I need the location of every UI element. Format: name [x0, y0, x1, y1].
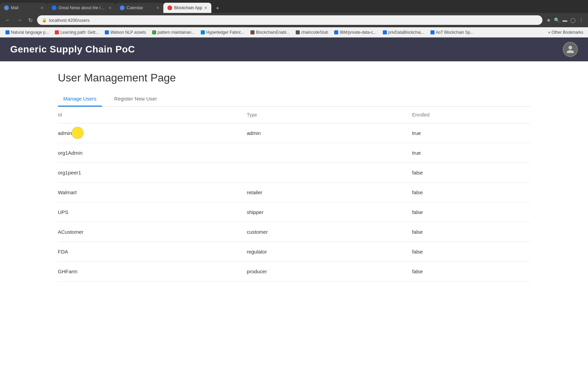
user-avatar[interactable] [563, 42, 578, 57]
cell-id: FDA [58, 242, 247, 262]
bookmark-pattern-icon [152, 30, 156, 34]
page-content: User Management Page Manage Users Regist… [0, 61, 588, 292]
bookmark-watson-label: Watson NLP assets [110, 30, 146, 35]
cell-id: admin [58, 123, 247, 143]
bookmark-watson-icon [105, 30, 109, 34]
tab-favicon-calendar [120, 5, 125, 10]
bookmark-ibm-private[interactable]: IBM/private-data-c... [331, 29, 379, 35]
tab-manage-users[interactable]: Manage Users [58, 92, 102, 106]
search-icon[interactable]: 🔍 [553, 17, 560, 24]
other-bookmarks[interactable]: » Other Bookmarks [546, 29, 585, 35]
column-header-type: Type [247, 107, 412, 123]
bookmark-hyperledger[interactable]: Hyperledger Fabric... [198, 29, 247, 35]
table-row: adminadmintrue [58, 123, 530, 143]
cell-enrolled: false [412, 242, 530, 262]
table-row: UPSshipperfalse [58, 202, 530, 222]
bookmark-priv-data-label: privDataBlockchai... [388, 30, 424, 35]
bookmark-chaincode[interactable]: chaincodeStub [293, 29, 331, 35]
address-bar-row: ← → ↻ 🔒 localhost:4200/users ★ 🔍 ▬ ◯ ⋮ [0, 13, 588, 27]
bookmark-aot-icon [430, 30, 435, 34]
bookmark-priv-data[interactable]: privDataBlockchai... [380, 29, 427, 35]
bookmark-pattern-label: pattern maintainan... [158, 30, 195, 35]
bookmark-nlp-label: Natural language p... [11, 30, 49, 35]
back-button[interactable]: ← [3, 16, 12, 24]
page-title: User Management Page [58, 72, 530, 84]
reload-button[interactable]: ↻ [27, 16, 34, 24]
cell-enrolled: true [412, 143, 530, 163]
tab-close-blockchain[interactable]: ✕ [204, 6, 207, 10]
users-table: Id Type Enrolled adminadmintrueorg1Admin… [58, 107, 530, 281]
cell-id: org1peer1 [58, 163, 247, 183]
extensions-icon[interactable]: ▬ [561, 17, 568, 24]
tab-ibm[interactable]: Great News about the IBM Publ... ✕ [48, 3, 116, 13]
table-row: org1peer1false [58, 163, 530, 183]
cell-id: UPS [58, 202, 247, 222]
tab-close-calendar[interactable]: ✕ [156, 6, 159, 10]
table-row: Walmartretailerfalse [58, 183, 530, 202]
bookmark-aot[interactable]: AoT Blockchain Sp... [428, 29, 476, 35]
cell-type: producer [247, 262, 412, 281]
forward-button[interactable]: → [15, 16, 24, 24]
tab-calendar[interactable]: Calendar ✕ [116, 3, 163, 13]
table-row: org1Admintrue [58, 143, 530, 163]
cell-type [247, 163, 412, 183]
column-header-enrolled: Enrolled [412, 107, 530, 123]
tab-favicon-blockchain [167, 5, 172, 10]
bookmark-ibm-private-label: IBM/private-data-c... [340, 30, 376, 35]
cell-type: retailer [247, 183, 412, 202]
cell-type: customer [247, 222, 412, 242]
tab-label-calendar: Calendar [127, 5, 154, 10]
bookmark-watson[interactable]: Watson NLP assets [102, 29, 149, 35]
bookmark-blockchain-enable[interactable]: BlockchainEnabl... [248, 29, 292, 35]
bookmark-hyperledger-label: Hyperledger Fabric... [206, 30, 244, 35]
bookmark-learning-label: Learning path: Gett... [60, 30, 99, 35]
tab-mail[interactable]: Mail ✕ [0, 3, 48, 13]
table-row: FDAregulatorfalse [58, 242, 530, 262]
bookmark-nlp[interactable]: Natural language p... [3, 29, 51, 35]
bookmark-star-icon[interactable]: ★ [545, 17, 552, 24]
cell-enrolled: true [412, 123, 530, 143]
address-bar[interactable]: 🔒 localhost:4200/users [37, 15, 542, 25]
cell-enrolled: false [412, 183, 530, 202]
bookmark-chaincode-label: chaincodeStub [301, 30, 328, 35]
browser-toolbar-icons: ★ 🔍 ▬ ◯ ⋮ [545, 17, 585, 24]
table-row: ACustomercustomerfalse [58, 222, 530, 242]
tab-label-blockchain: Blockchain App [174, 5, 202, 10]
app-header: Generic Supply Chain PoC [0, 37, 588, 61]
page-tabs: Manage Users Register New User [58, 92, 530, 107]
bookmark-priv-data-icon [383, 30, 387, 34]
cell-type: admin [247, 123, 412, 143]
bookmark-chaincode-icon [296, 30, 300, 34]
cell-enrolled: false [412, 163, 530, 183]
bookmark-nlp-icon [5, 30, 10, 34]
bookmark-aot-label: AoT Blockchain Sp... [436, 30, 474, 35]
table-row: GHFarmproducerfalse [58, 262, 530, 281]
bookmarks-bar: Natural language p... Learning path: Get… [0, 27, 588, 37]
bookmark-learning[interactable]: Learning path: Gett... [52, 29, 101, 35]
tab-favicon-mail [4, 5, 9, 10]
tab-label-ibm: Great News about the IBM Publ... [59, 5, 107, 10]
bookmark-ibm-private-icon [334, 30, 338, 34]
tab-favicon-ibm [52, 5, 56, 10]
profile-icon[interactable]: ◯ [570, 17, 576, 24]
cell-type: regulator [247, 242, 412, 262]
tab-register-user[interactable]: Register New User [109, 92, 163, 106]
more-options-icon[interactable]: ⋮ [578, 17, 585, 24]
bookmark-hyperledger-icon [201, 30, 205, 34]
app-title: Generic Supply Chain PoC [10, 44, 135, 55]
new-tab-button[interactable]: + [213, 3, 222, 13]
column-header-id: Id [58, 107, 247, 123]
tab-close-ibm[interactable]: ✕ [109, 6, 112, 10]
tab-label-mail: Mail [11, 5, 38, 10]
cell-enrolled: false [412, 202, 530, 222]
table-header-row: Id Type Enrolled [58, 107, 530, 123]
tab-blockchain[interactable]: Blockchain App ✕ [163, 3, 211, 13]
bookmark-pattern[interactable]: pattern maintainan... [149, 29, 197, 35]
bookmark-blockchain-enable-label: BlockchainEnabl... [256, 30, 290, 35]
cell-id: org1Admin [58, 143, 247, 163]
tab-bar: Mail ✕ Great News about the IBM Publ... … [0, 0, 588, 13]
cell-id: GHFarm [58, 262, 247, 281]
tab-close-mail[interactable]: ✕ [40, 6, 44, 10]
lock-icon: 🔒 [42, 18, 47, 22]
cell-type [247, 143, 412, 163]
